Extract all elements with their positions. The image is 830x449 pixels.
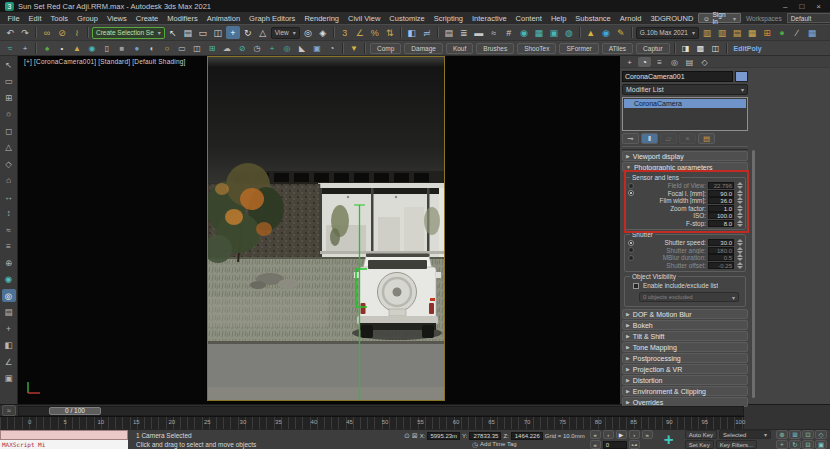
mirror-icon[interactable]: ◧: [405, 26, 419, 39]
menu-file[interactable]: File: [3, 14, 24, 23]
fov-icon[interactable]: ◇: [815, 430, 827, 439]
paint-bucket-icon[interactable]: ▼: [347, 42, 361, 54]
menu-3dground[interactable]: 3DGROUND: [646, 14, 698, 23]
spinner[interactable]: [736, 254, 743, 261]
spinner[interactable]: [736, 262, 743, 269]
plane-icon[interactable]: ▭: [175, 42, 189, 54]
triangle-tool-icon[interactable]: △: [2, 141, 16, 154]
bulb-icon[interactable]: ○: [160, 42, 174, 54]
marquee-icon[interactable]: ▭: [2, 75, 16, 88]
menu-views[interactable]: Views: [102, 14, 131, 23]
make-unique-button[interactable]: ▱: [660, 133, 677, 144]
menu-create[interactable]: Create: [131, 14, 163, 23]
eye-icon[interactable]: ◉: [85, 42, 99, 54]
civil-view-icon[interactable]: ◉: [599, 26, 613, 39]
save-plus-icon[interactable]: ▦: [745, 26, 759, 39]
viewport-label[interactable]: [+] [CoronaCamera001] [Standard] [Defaul…: [24, 58, 186, 65]
object-color-swatch[interactable]: [735, 71, 748, 82]
spinner[interactable]: [736, 190, 743, 197]
previous-key-button[interactable]: «: [590, 440, 601, 449]
spinner[interactable]: [736, 212, 743, 219]
param-f-stop[interactable]: F-stop:8.0: [627, 220, 743, 228]
value-iso[interactable]: 100.0: [708, 212, 734, 219]
window-icon[interactable]: ◫: [190, 42, 204, 54]
y-coordinate-field[interactable]: 27833.35: [469, 432, 501, 440]
captur-button[interactable]: Captur: [636, 43, 670, 54]
cloud-icon[interactable]: ☁: [220, 42, 234, 54]
diamond-tool-icon[interactable]: ◇: [2, 157, 16, 170]
tab-motion[interactable]: ◎: [668, 57, 681, 67]
rollout-dof-motion-blur[interactable]: DOF & Motion Blur: [622, 309, 748, 319]
value-zoom-factor[interactable]: 1.0: [708, 205, 734, 212]
rollout-viewport-display[interactable]: Viewport display: [622, 151, 748, 161]
box-tool-icon[interactable]: ◻: [2, 124, 16, 137]
time-slider-track[interactable]: 0 / 100: [18, 406, 744, 416]
param-shutter-angle[interactable]: Shutter angle:180.0: [627, 247, 743, 255]
tab-utilities[interactable]: ◇: [698, 57, 711, 67]
select-manipulate-icon[interactable]: ◈: [316, 26, 330, 39]
zoom-extents-icon[interactable]: ⊡: [802, 430, 814, 439]
radio-shutter-speed[interactable]: [628, 240, 634, 246]
current-frame-field[interactable]: 0: [603, 441, 627, 449]
spinner-snap-icon[interactable]: ⇅: [383, 26, 397, 39]
spinner[interactable]: [736, 182, 743, 189]
import-file-icon[interactable]: ▥: [700, 26, 714, 39]
param-iso[interactable]: ISO:100.0: [627, 212, 743, 220]
app-icon[interactable]: 3: [5, 2, 14, 11]
slash-icon[interactable]: ∕: [790, 26, 804, 39]
grid-icon[interactable]: ⊞: [205, 42, 219, 54]
value-field-of-view[interactable]: 22.796: [708, 182, 734, 189]
dot-icon[interactable]: •: [55, 42, 69, 54]
pin-stack-button[interactable]: ⊸: [622, 133, 639, 144]
spinner[interactable]: [736, 220, 743, 227]
select-scale-icon[interactable]: △: [256, 26, 270, 39]
viewport[interactable]: [+] [CoronaCamera001] [Standard] [Defaul…: [18, 56, 620, 404]
isolate-selection-icon[interactable]: ⊙: [404, 432, 410, 439]
atiles-button[interactable]: ATiles: [602, 43, 633, 54]
radio-shutter-angle[interactable]: [628, 247, 634, 253]
green-sphere-icon[interactable]: ●: [775, 26, 789, 39]
rollout-distortion[interactable]: Distortion: [622, 375, 748, 385]
render-setup-icon[interactable]: ▦: [532, 26, 546, 39]
select-move-icon[interactable]: +: [226, 26, 240, 39]
pencil-icon[interactable]: ✎: [614, 26, 628, 39]
teal-plus-icon[interactable]: +: [658, 431, 680, 449]
param-mblur-duration[interactable]: MBlur duration:0.5: [627, 254, 743, 262]
value-shutter-speed[interactable]: 30.0: [708, 239, 734, 246]
select-by-name-icon[interactable]: ▤: [181, 26, 195, 39]
value-mblur-duration[interactable]: 0.5: [708, 254, 734, 261]
page-icon[interactable]: ▯: [100, 42, 114, 54]
spinner[interactable]: [736, 205, 743, 212]
param-shutter-offset[interactable]: Shutter offset:-0.25: [627, 262, 743, 270]
cone-icon[interactable]: ▲: [70, 42, 84, 54]
select-object-icon[interactable]: ↖: [166, 26, 180, 39]
auto-key-button[interactable]: Auto Key: [685, 430, 717, 439]
tab-create[interactable]: +: [623, 57, 636, 67]
monitor-icon[interactable]: ▦: [805, 26, 819, 39]
include-exclude-button[interactable]: 0 objects excluded: [639, 292, 739, 302]
rollout-bokeh[interactable]: Bokeh: [622, 320, 748, 330]
damage-button[interactable]: Damage: [404, 43, 443, 54]
modifier-stack-item-coronacamera[interactable]: CoronaCamera: [624, 99, 746, 108]
configure-modifier-sets-button[interactable]: ▤: [698, 133, 715, 144]
checkbox-icon[interactable]: [633, 283, 639, 289]
param-zoom-factor[interactable]: Zoom factor:1.0: [627, 205, 743, 213]
list-icon[interactable]: ≡: [2, 240, 16, 253]
h-move-icon[interactable]: ↔: [2, 190, 16, 203]
reference-coordsys-dropdown[interactable]: View: [271, 27, 300, 39]
menu-scripting[interactable]: Scripting: [429, 14, 467, 23]
home-icon[interactable]: ⌂: [2, 174, 16, 187]
radio-mblur-duration[interactable]: [628, 255, 634, 261]
z-coordinate-field[interactable]: 1464.226: [511, 432, 543, 440]
sformer-button[interactable]: SFormer: [559, 43, 598, 54]
workspace-dropdown[interactable]: Default: [787, 13, 830, 23]
grid-snap-icon[interactable]: ⊞: [2, 91, 16, 104]
value-shutter-offset[interactable]: -0.25: [708, 262, 734, 269]
shootex-button[interactable]: ShooTex: [517, 43, 556, 54]
radio-field-of-view[interactable]: [628, 183, 634, 189]
add-icon[interactable]: +: [265, 42, 279, 54]
curve-editor-icon[interactable]: ≈: [487, 26, 501, 39]
named-selection-set-field[interactable]: Create Selection Se: [92, 27, 165, 39]
menu-edit[interactable]: Edit: [24, 14, 46, 23]
go-to-start-button[interactable]: «: [590, 430, 601, 439]
